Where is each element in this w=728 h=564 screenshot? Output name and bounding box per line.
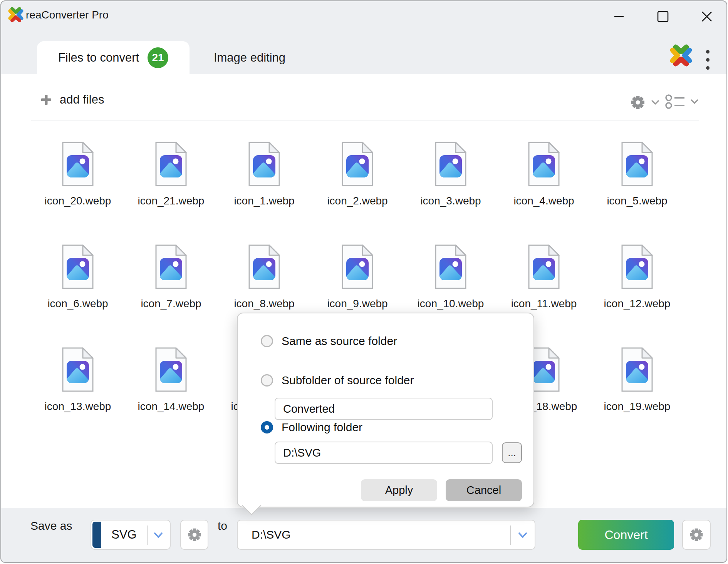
image-file-icon [247, 141, 282, 187]
gear-icon [185, 526, 204, 544]
radio-subfolder[interactable] [261, 374, 273, 387]
overflow-menu-button[interactable] [703, 46, 712, 74]
file-name: icon_19.webp [604, 400, 671, 413]
file-name: icon_9.webp [327, 298, 387, 310]
file-name: icon_8.webp [234, 298, 294, 310]
image-file-icon [60, 347, 96, 392]
image-file-icon [526, 244, 562, 290]
image-file-icon [433, 141, 468, 187]
format-accent-bar [92, 522, 101, 548]
minimize-button[interactable] [609, 7, 629, 27]
image-file-icon [340, 141, 375, 187]
file-item[interactable]: icon_7.webp [124, 242, 218, 345]
file-name: icon_4.webp [513, 195, 574, 207]
file-item[interactable]: icon_12.webp [590, 242, 684, 345]
app-logo-icon [8, 7, 23, 24]
subfolder-name-input[interactable] [275, 398, 493, 420]
chevron-down-icon [517, 531, 528, 539]
image-file-icon [153, 347, 189, 392]
view-mode-dropdown-button[interactable] [664, 93, 699, 110]
following-folder-path-input[interactable] [275, 442, 493, 464]
file-item[interactable]: icon_19.webp [590, 345, 684, 447]
file-item[interactable]: icon_1.webp [218, 139, 311, 242]
file-name: icon_14.webp [138, 400, 205, 413]
image-file-icon [619, 244, 655, 290]
cancel-label: Cancel [466, 484, 501, 497]
apply-label: Apply [385, 484, 413, 497]
gear-icon [687, 526, 706, 544]
radio-following-folder[interactable] [261, 421, 273, 433]
brand-pinwheel-icon [670, 44, 692, 68]
close-button[interactable] [697, 7, 717, 27]
app-window: reaConverter Pro Files to convert 21 Ima… [0, 0, 727, 563]
radio-following-label: Following folder [282, 421, 362, 434]
dot-icon [706, 58, 710, 62]
file-name: icon_3.webp [420, 195, 481, 207]
file-name: icon_11.webp [511, 298, 577, 310]
image-file-icon [619, 347, 655, 392]
conversion-settings-button[interactable] [682, 520, 711, 550]
file-name: icon_12.webp [604, 298, 671, 310]
app-title: reaConverter Pro [26, 9, 109, 21]
image-file-icon [60, 141, 96, 187]
tab-image-editing[interactable]: Image editing [198, 41, 302, 74]
browse-label: ... [508, 447, 516, 459]
dot-icon [706, 66, 710, 70]
file-name: icon_20.webp [45, 195, 111, 207]
convert-button[interactable]: Convert [578, 520, 674, 550]
radio-row-same-as-source[interactable]: Same as source folder [261, 333, 397, 349]
radio-same-as-source[interactable] [261, 335, 273, 347]
file-name: icon_10.webp [418, 298, 484, 310]
image-file-icon [153, 141, 189, 187]
convert-label: Convert [604, 528, 647, 542]
radio-subfolder-label: Subfolder of source folder [282, 374, 414, 387]
to-label: to [218, 519, 227, 532]
file-count-badge: 21 [148, 47, 168, 68]
chevron-down-icon [690, 99, 699, 105]
plus-icon [41, 95, 51, 105]
image-file-icon [247, 244, 282, 290]
destination-folder-popup: Same as source folder Subfolder of sourc… [237, 313, 534, 507]
apply-button[interactable]: Apply [361, 479, 437, 501]
file-name: icon_2.webp [327, 195, 387, 207]
file-item[interactable]: icon_2.webp [311, 139, 404, 242]
list-settings-dropdown-button[interactable] [628, 93, 660, 112]
combo-divider [147, 526, 148, 545]
list-view-icon [664, 93, 687, 110]
radio-row-subfolder[interactable]: Subfolder of source folder [261, 373, 414, 388]
image-file-icon [619, 141, 655, 187]
image-file-icon [153, 244, 189, 290]
output-format-dropdown[interactable]: SVG [91, 520, 171, 550]
file-name: icon_1.webp [234, 195, 294, 207]
destination-value: D:\SVG [252, 528, 291, 541]
file-item[interactable]: icon_20.webp [31, 139, 124, 242]
conversion-bar: Save as SVG to D:\SVG Convert [1, 508, 726, 563]
image-file-icon [433, 244, 468, 290]
file-item[interactable]: icon_5.webp [590, 139, 684, 242]
toolbar-separator [31, 120, 699, 121]
file-item[interactable]: icon_14.webp [124, 345, 218, 447]
file-item[interactable]: icon_4.webp [497, 139, 590, 242]
chevron-down-icon [153, 531, 164, 539]
combo-divider [510, 526, 511, 545]
file-name: icon_21.webp [138, 195, 205, 207]
file-item[interactable]: icon_13.webp [31, 345, 124, 447]
file-name: icon_13.webp [45, 400, 111, 413]
file-item[interactable]: icon_3.webp [404, 139, 497, 242]
radio-row-following-folder[interactable]: Following folder [261, 420, 362, 435]
file-item[interactable]: icon_21.webp [124, 139, 218, 242]
cancel-button[interactable]: Cancel [446, 479, 522, 501]
save-as-label: Save as [30, 519, 72, 532]
title-bar: reaConverter Pro [1, 1, 726, 41]
tab-files-label: Files to convert [58, 51, 139, 65]
file-name: icon_5.webp [607, 195, 667, 207]
format-value: SVG [101, 528, 147, 542]
destination-path-dropdown[interactable]: D:\SVG [237, 520, 535, 550]
tab-files-to-convert[interactable]: Files to convert 21 [37, 41, 190, 74]
file-item[interactable]: icon_6.webp [31, 242, 124, 345]
add-files-button[interactable]: add files [41, 93, 104, 107]
add-files-label: add files [60, 93, 104, 107]
format-settings-button[interactable] [180, 520, 208, 550]
browse-folder-button[interactable]: ... [502, 442, 522, 463]
maximize-button[interactable] [653, 7, 673, 27]
